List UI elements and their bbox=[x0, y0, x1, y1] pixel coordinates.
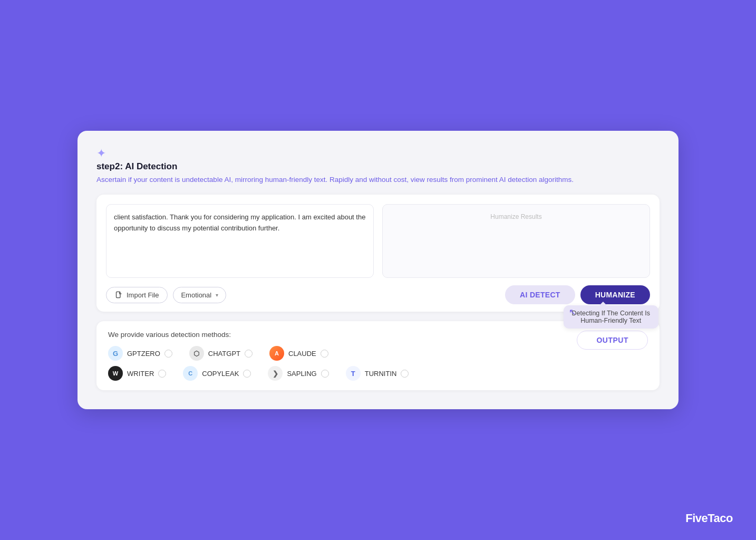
detectors-left: We provide various detection methods: G … bbox=[108, 331, 577, 381]
ai-detect-button[interactable]: AI DETECT bbox=[505, 285, 575, 304]
tooltip-text: Detecting If The Content IsHuman-Friendl… bbox=[571, 310, 650, 324]
cursor-icon: ↖ bbox=[569, 307, 576, 317]
sapling-radio[interactable] bbox=[321, 370, 329, 378]
detectors-grid: G GPTZERO ⬡ CHATGPT A CLAUDE bbox=[108, 346, 577, 381]
claude-label: CLAUDE bbox=[288, 350, 316, 358]
detection-section: We provide various detection methods: G … bbox=[96, 321, 660, 390]
detector-turnitin: T TURNITIN bbox=[346, 366, 409, 381]
gptzero-label: GPTZERO bbox=[127, 350, 160, 358]
output-btn-wrapper: OUTPUT bbox=[577, 331, 648, 350]
detection-content-row: We provide various detection methods: G … bbox=[108, 331, 648, 381]
step-title: step2: AI Detection bbox=[96, 161, 177, 172]
toolbar-right: AI DETECT HUMANIZE ↖ Detecting If The Co… bbox=[505, 285, 650, 304]
detectors-row-2: W WRITER C COPYLEAK ❯ SAPLING bbox=[108, 366, 577, 381]
writer-label: WRITER bbox=[127, 370, 154, 378]
detector-writer: W WRITER bbox=[108, 366, 166, 381]
copyleak-icon: C bbox=[183, 366, 198, 381]
tooltip-bubble: Detecting If The Content IsHuman-Friendl… bbox=[563, 305, 658, 329]
toolbar-row: Import File Emotional ▾ AI DETECT HUMANI… bbox=[106, 285, 650, 304]
copyleak-label: COPYLEAK bbox=[202, 370, 239, 378]
writer-icon: W bbox=[108, 366, 123, 381]
sapling-icon: ❯ bbox=[268, 366, 283, 381]
style-dropdown[interactable]: Emotional ▾ bbox=[173, 287, 226, 303]
input-textarea[interactable] bbox=[106, 204, 374, 278]
import-label: Import File bbox=[127, 291, 159, 299]
claude-icon: A bbox=[269, 346, 284, 361]
card-header: ✦ step2: AI Detection Ascertain if your … bbox=[96, 148, 660, 185]
text-areas-row: Humanize Results bbox=[106, 204, 650, 278]
turnitin-icon: T bbox=[346, 366, 361, 381]
sapling-label: SAPLING bbox=[287, 370, 316, 378]
fivetaco-brand: FiveTaco bbox=[685, 512, 733, 525]
step-description: Ascertain if your content is undetectabl… bbox=[96, 175, 574, 185]
humanize-label: Humanize Results bbox=[390, 212, 642, 222]
detector-claude: A CLAUDE bbox=[269, 346, 328, 361]
main-card: ✦ step2: AI Detection Ascertain if your … bbox=[77, 131, 679, 409]
detectors-row-1: G GPTZERO ⬡ CHATGPT A CLAUDE bbox=[108, 346, 577, 361]
humanize-button[interactable]: HUMANIZE bbox=[580, 285, 650, 304]
chatgpt-radio[interactable] bbox=[245, 350, 253, 358]
detector-sapling: ❯ SAPLING bbox=[268, 366, 328, 381]
turnitin-radio[interactable] bbox=[401, 370, 409, 378]
editor-section: Humanize Results Import File Emotional ▾ bbox=[96, 195, 660, 312]
dropdown-label: Emotional bbox=[181, 291, 211, 299]
gptzero-icon: G bbox=[108, 346, 123, 361]
claude-radio[interactable] bbox=[321, 350, 328, 358]
file-icon bbox=[115, 291, 123, 299]
chevron-down-icon: ▾ bbox=[216, 292, 218, 298]
detector-copyleak: C COPYLEAK bbox=[183, 366, 251, 381]
brand-taco: Taco bbox=[707, 512, 733, 525]
spark-icon: ✦ bbox=[96, 148, 106, 159]
copyleak-radio[interactable] bbox=[243, 370, 251, 378]
writer-radio[interactable] bbox=[158, 370, 166, 378]
chatgpt-label: CHATGPT bbox=[208, 350, 240, 358]
output-textarea: Humanize Results bbox=[382, 204, 650, 278]
detector-chatgpt: ⬡ CHATGPT bbox=[189, 346, 253, 361]
import-file-button[interactable]: Import File bbox=[106, 287, 168, 303]
brand-five: Five bbox=[685, 512, 707, 525]
detection-label: We provide various detection methods: bbox=[108, 331, 577, 339]
output-button[interactable]: OUTPUT bbox=[577, 331, 648, 350]
turnitin-label: TURNITIN bbox=[365, 370, 397, 378]
chatgpt-icon: ⬡ bbox=[189, 346, 204, 361]
detector-gptzero: G GPTZERO bbox=[108, 346, 172, 361]
toolbar-left: Import File Emotional ▾ bbox=[106, 287, 226, 303]
gptzero-radio[interactable] bbox=[164, 350, 172, 358]
